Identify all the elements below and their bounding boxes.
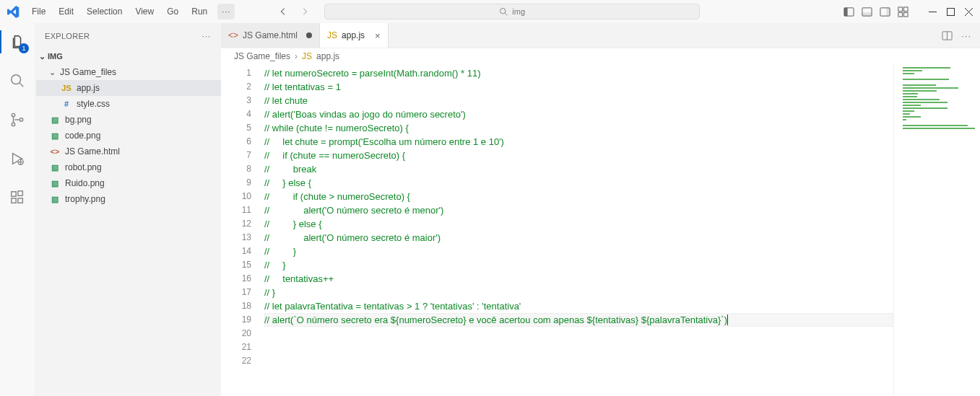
line-number-gutter: 12345678910111213141516171819202122 (221, 64, 264, 396)
file-tree: ⌄ JS Game_files JSapp.js#style.css▧bg.pn… (35, 64, 221, 207)
activity-source-control-icon[interactable] (0, 105, 35, 134)
file-row[interactable]: <>JS Game.html (36, 144, 221, 159)
code-content[interactable]: // let numeroSecreto = parseInt(Math.ran… (264, 64, 893, 396)
window-minimize-icon[interactable] (929, 8, 937, 16)
menu-edit[interactable]: Edit (53, 4, 79, 19)
file-row[interactable]: ▧bg.png (36, 112, 221, 128)
explorer-more-icon[interactable]: ··· (202, 32, 211, 40)
svg-rect-8 (898, 6, 903, 11)
img-file-icon: ▧ (49, 131, 61, 141)
svg-rect-23 (12, 198, 16, 203)
activity-bar: 1 (0, 23, 35, 396)
menu-view[interactable]: View (129, 4, 160, 19)
file-label: bg.png (65, 115, 92, 125)
file-row[interactable]: ▧Ruido.png (36, 175, 221, 191)
js-file-icon: JS (327, 30, 337, 40)
tab-label: app.js (342, 30, 365, 40)
file-label: trophy.png (65, 194, 105, 204)
editor-tabs: <> JS Game.html JS app.js × ··· (221, 23, 980, 48)
search-icon (499, 7, 508, 16)
breadcrumb[interactable]: JS Game_files › JS app.js (221, 48, 980, 64)
file-label: Ruido.png (65, 178, 105, 188)
svg-line-17 (19, 83, 24, 87)
minimap[interactable] (893, 64, 980, 396)
activity-run-debug-icon[interactable] (0, 144, 35, 173)
editor-group: <> JS Game.html JS app.js × ··· JS Game_… (221, 23, 980, 396)
svg-rect-24 (18, 198, 22, 203)
window-close-icon[interactable] (965, 8, 973, 16)
root-label: IMG (48, 52, 63, 61)
vscode-logo-icon (0, 6, 26, 18)
file-row[interactable]: #style.css (36, 96, 221, 112)
activity-extensions-icon[interactable] (0, 183, 35, 212)
activity-search-icon[interactable] (0, 66, 35, 95)
folder-label: JS Game_files (60, 67, 116, 77)
layout-controls (844, 6, 909, 17)
tab-js-game-html[interactable]: <> JS Game.html (221, 23, 320, 48)
svg-point-20 (19, 118, 22, 121)
menu-overflow-button[interactable]: ··· (217, 4, 235, 19)
window-maximize-icon[interactable] (947, 8, 955, 16)
explorer-root-folder[interactable]: ⌄ IMG (35, 48, 221, 64)
chevron-down-icon: ⌄ (49, 68, 56, 77)
explorer-title: EXPLORER (45, 32, 90, 40)
close-icon[interactable]: × (375, 30, 381, 41)
tab-label: JS Game.html (243, 30, 298, 40)
crumb-folder[interactable]: JS Game_files (234, 51, 290, 61)
file-label: robot.png (65, 162, 102, 172)
svg-rect-11 (903, 12, 908, 17)
file-label: code.png (65, 131, 100, 141)
svg-rect-7 (886, 7, 890, 15)
css-file-icon: # (61, 100, 72, 108)
activity-explorer-icon[interactable]: 1 (0, 27, 35, 56)
img-file-icon: ▧ (49, 115, 61, 125)
toggle-primary-sidebar-icon[interactable] (844, 6, 854, 17)
search-text: img (512, 7, 525, 16)
img-file-icon: ▧ (49, 179, 61, 188)
menu-go[interactable]: Go (161, 4, 184, 19)
svg-rect-25 (18, 191, 22, 195)
svg-rect-10 (898, 12, 903, 17)
html-file-icon: <> (49, 147, 61, 156)
dirty-indicator-icon (306, 32, 312, 38)
file-row[interactable]: ▧code.png (36, 128, 221, 144)
split-editor-icon[interactable] (942, 30, 953, 41)
menu-bar: File Edit Selection View Go Run (26, 4, 213, 19)
svg-rect-22 (12, 192, 16, 196)
menu-selection[interactable]: Selection (81, 4, 128, 19)
file-row[interactable]: ▧robot.png (36, 159, 221, 175)
tree-folder[interactable]: ⌄ JS Game_files (36, 64, 221, 80)
img-file-icon: ▧ (49, 163, 61, 172)
menu-file[interactable]: File (26, 4, 51, 19)
toggle-secondary-sidebar-icon[interactable] (880, 6, 890, 17)
svg-line-1 (506, 13, 508, 15)
nav-back-icon[interactable] (278, 6, 288, 17)
file-label: style.css (77, 99, 110, 109)
svg-point-16 (12, 75, 21, 84)
menu-run[interactable]: Run (186, 4, 213, 19)
svg-point-19 (12, 123, 14, 126)
file-label: JS Game.html (65, 146, 120, 157)
js-file-icon: JS (302, 51, 312, 61)
js-file-icon: JS (61, 84, 72, 92)
svg-point-0 (500, 9, 506, 14)
chevron-right-icon: › (295, 51, 298, 61)
explorer-sidebar: EXPLORER ··· ⌄ IMG ⌄ JS Game_files JSapp… (35, 23, 221, 396)
toggle-panel-icon[interactable] (862, 6, 872, 17)
img-file-icon: ▧ (49, 195, 61, 204)
tab-app-js[interactable]: JS app.js × (320, 23, 389, 48)
code-editor[interactable]: 12345678910111213141516171819202122 // l… (221, 64, 980, 396)
file-row[interactable]: ▧trophy.png (36, 191, 221, 207)
svg-rect-3 (844, 7, 848, 15)
file-label: app.js (77, 83, 100, 93)
tab-more-icon[interactable]: ··· (961, 30, 971, 41)
customize-layout-icon[interactable] (898, 6, 909, 17)
html-file-icon: <> (228, 30, 238, 40)
chevron-down-icon: ⌄ (39, 52, 45, 61)
crumb-file[interactable]: app.js (316, 51, 339, 61)
file-row[interactable]: JSapp.js (36, 80, 221, 96)
explorer-badge: 1 (19, 43, 29, 53)
command-center-search[interactable]: img (324, 4, 700, 19)
svg-rect-13 (948, 8, 955, 15)
nav-forward-icon[interactable] (300, 6, 310, 17)
